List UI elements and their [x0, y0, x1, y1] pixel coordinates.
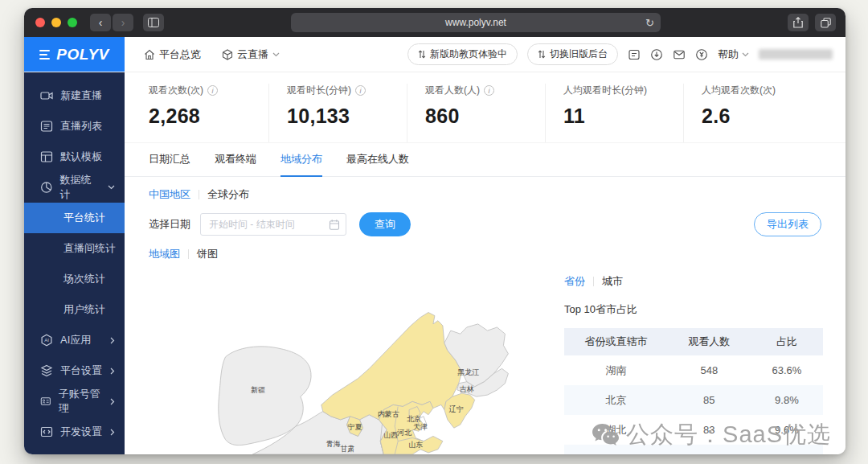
toggle-city[interactable]: 城市: [602, 274, 623, 289]
tab-region-distribution[interactable]: 地域分布: [280, 143, 322, 177]
sidebar-label: 平台设置: [60, 363, 102, 378]
province-neimenggu[interactable]: [321, 313, 462, 420]
polyv-logo[interactable]: POLYV: [24, 37, 125, 72]
stat-avg-watch-minutes: 人均观看时长(分钟) 11: [545, 84, 683, 142]
wechat-icon: [592, 423, 620, 447]
template-icon: [40, 150, 53, 163]
info-icon[interactable]: i: [484, 85, 494, 96]
sidebar-item-new-live[interactable]: 新建直播: [24, 80, 125, 111]
home-icon: [144, 49, 155, 60]
browser-forward-button[interactable]: ›: [113, 14, 133, 31]
map-label-liaoning: 辽宁: [449, 405, 464, 413]
map-label-beijing: 北京: [407, 415, 421, 423]
nav-platform-overview[interactable]: 平台总览: [144, 47, 201, 62]
map-label-heilongjiang: 黑龙江: [457, 368, 479, 376]
mail-icon: [673, 48, 686, 61]
sidebar-item-ai-apps[interactable]: AI AI应用: [24, 325, 125, 355]
sidebar-item-dev-settings[interactable]: 开发设置: [24, 417, 125, 447]
announcement-button[interactable]: [628, 48, 641, 61]
chevron-down-icon: [742, 52, 749, 57]
url-text: www.polyv.net: [445, 17, 506, 28]
sidebar-label: AI应用: [60, 333, 91, 347]
tab-view-terminal[interactable]: 观看终端: [215, 143, 256, 177]
map-label-xinjiang: 新疆: [251, 386, 265, 394]
sidebar-subitem-user-statistics[interactable]: 用户统计: [24, 294, 125, 325]
sidebar-item-subaccount-management[interactable]: 子账号管理: [24, 386, 125, 417]
browser-back-button[interactable]: ‹: [90, 14, 111, 31]
tab-max-online[interactable]: 最高在线人数: [346, 143, 409, 177]
list-icon: [40, 120, 53, 133]
stat-value: 2,268: [149, 105, 268, 128]
sidebar-item-platform-settings[interactable]: 平台设置: [24, 355, 125, 386]
table-header-row: 省份或直辖市 观看人数 占比: [564, 328, 823, 355]
info-icon[interactable]: i: [207, 85, 218, 96]
cell-percent: 9.8%: [751, 385, 823, 415]
messages-button[interactable]: [673, 48, 686, 61]
browser-tabs-button[interactable]: [815, 14, 836, 31]
stat-view-count: 观看次数(次)i 2,268: [149, 84, 268, 142]
cell-province: 北京: [564, 385, 668, 415]
map-label-gansu: 甘肃: [341, 445, 355, 453]
svg-text:AI: AI: [44, 338, 49, 343]
stat-label: 人均观看次数(次): [702, 84, 776, 97]
help-menu[interactable]: 帮助: [718, 47, 749, 62]
top10-title: Top 10省市占比: [564, 302, 823, 317]
sidebar-item-data-statistics[interactable]: 数据统计: [24, 172, 125, 203]
sidebar-label: 子账号管理: [59, 387, 103, 416]
map-label-tianjin: 天津: [413, 423, 428, 431]
new-assistant-label: 新版助教页体验中: [430, 47, 507, 61]
map-label-ningxia: 宁夏: [348, 423, 362, 431]
sidebar-subitem-platform-statistics[interactable]: 平台统计: [24, 203, 125, 233]
date-range-picker[interactable]: [200, 213, 346, 236]
menu-icon: [39, 50, 50, 60]
balance-button[interactable]: [695, 48, 708, 61]
sidebar-label: 开发设置: [60, 425, 102, 439]
sidebar-item-default-template[interactable]: 默认模板: [24, 142, 125, 172]
browser-share-button[interactable]: [788, 14, 809, 31]
layers-icon: [40, 364, 53, 377]
minimize-window-button[interactable]: [51, 18, 61, 27]
nav-cloud-live[interactable]: 云直播: [222, 47, 280, 62]
date-filter-label: 选择日期: [149, 217, 190, 232]
watermark-text: 公众号：SaaS优选: [626, 419, 831, 451]
new-assistant-page-button[interactable]: 新版助教页体验中: [407, 43, 518, 65]
download-icon: [650, 48, 663, 61]
china-map[interactable]: 新疆 内蒙古 黑龙江 吉林 辽宁 北京 天津 山西 河北 山东 宁夏 青海: [149, 265, 564, 454]
table-row[interactable]: 北京 85 9.8%: [564, 385, 823, 415]
calendar-icon: [329, 219, 340, 231]
tab-date-summary[interactable]: 日期汇总: [149, 143, 190, 177]
browser-chrome: ‹ › www.polyv.net ↻: [24, 8, 845, 37]
cell-viewers: 548: [668, 355, 751, 385]
switch-old-console-button[interactable]: 切换旧版后台: [527, 43, 618, 65]
forward-icon: ›: [121, 16, 125, 29]
toggle-global-distribution[interactable]: 全球分布: [207, 187, 249, 202]
sidebar-item-live-list[interactable]: 直播列表: [24, 111, 125, 142]
map-label-qinghai: 青海: [326, 440, 341, 448]
sidebar-subitem-session-statistics[interactable]: 场次统计: [24, 264, 125, 294]
download-button[interactable]: [650, 48, 663, 61]
query-button[interactable]: 查询: [359, 212, 411, 236]
region-toggle: 中国地区 全球分布: [125, 177, 845, 202]
map-label-shandong: 山东: [408, 441, 423, 449]
refresh-icon[interactable]: ↻: [645, 17, 654, 29]
stat-value: 2.6: [702, 105, 821, 128]
toggle-region-map[interactable]: 地域图: [149, 247, 180, 261]
cell-province: 湖南: [564, 355, 668, 385]
date-range-input[interactable]: [201, 219, 321, 230]
info-icon[interactable]: i: [355, 85, 366, 96]
zoom-window-button[interactable]: [68, 18, 77, 27]
toggle-pie-chart[interactable]: 饼图: [197, 247, 218, 261]
export-list-button[interactable]: 导出列表: [754, 212, 821, 236]
sidebar-subitem-room-statistics[interactable]: 直播间统计: [24, 233, 125, 264]
toggle-province[interactable]: 省份: [564, 274, 585, 289]
address-bar[interactable]: www.polyv.net ↻: [291, 13, 661, 32]
back-icon: ‹: [99, 16, 103, 29]
sidebar-sublabel: 场次统计: [63, 272, 105, 286]
toggle-china-region[interactable]: 中国地区: [149, 187, 190, 202]
account-name-blurred[interactable]: [759, 49, 833, 60]
chevron-down-icon: [108, 185, 115, 190]
browser-sidebar-button[interactable]: [143, 14, 164, 31]
table-row[interactable]: 湖南 548 63.6%: [564, 355, 823, 385]
close-window-button[interactable]: [35, 18, 45, 27]
sidebar-label: 默认模板: [60, 150, 102, 164]
